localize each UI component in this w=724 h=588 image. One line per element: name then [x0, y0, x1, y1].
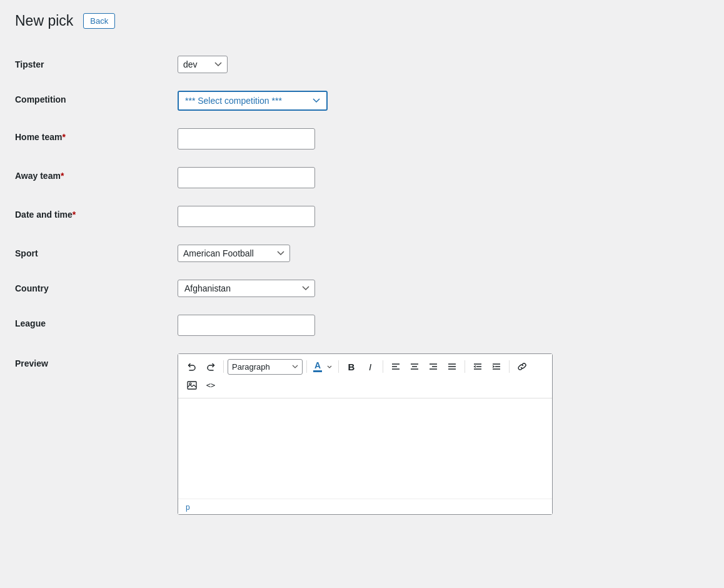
font-color-group: A — [311, 358, 334, 375]
image-button[interactable] — [183, 377, 201, 394]
redo-button[interactable] — [202, 358, 219, 375]
back-button[interactable]: Back — [83, 13, 115, 29]
league-label: League — [15, 315, 178, 328]
tipster-select[interactable]: dev — [178, 56, 228, 73]
editor-content-area[interactable] — [178, 398, 552, 499]
competition-select[interactable]: *** Select competition *** — [178, 91, 328, 111]
editor-toolbar: Paragraph Heading 1 Heading 2 Heading 3 … — [178, 354, 552, 398]
font-color-bar — [313, 370, 322, 372]
preview-editor: Paragraph Heading 1 Heading 2 Heading 3 … — [178, 353, 553, 515]
divider-3 — [338, 360, 339, 373]
away-team-row: Away team* — [15, 158, 709, 197]
align-right-button[interactable] — [425, 358, 442, 375]
editor-footer: p — [178, 499, 552, 514]
datetime-label: Date and time* — [15, 206, 178, 220]
preview-label: Preview — [15, 353, 178, 368]
sport-select[interactable]: American Football Soccer Basketball — [178, 245, 290, 262]
svg-point-19 — [189, 383, 191, 385]
editor-path: p — [186, 503, 190, 512]
divider-5 — [465, 360, 465, 373]
home-team-input-cell — [178, 128, 709, 150]
tipster-label: Tipster — [15, 56, 178, 69]
datetime-row: Date and time* — [15, 197, 709, 236]
tipster-row: Tipster dev — [15, 47, 709, 82]
page-header: New pick Back — [15, 13, 709, 29]
align-left-button[interactable] — [387, 358, 405, 375]
divider-1 — [223, 360, 224, 373]
away-team-input[interactable] — [178, 167, 315, 188]
home-team-required: * — [62, 132, 65, 142]
country-row: Country Afghanistan Albania USA UK — [15, 271, 709, 306]
divider-4 — [383, 360, 383, 373]
tipster-input-cell: dev — [178, 56, 709, 73]
away-team-label: Away team* — [15, 167, 178, 181]
preview-row: Preview — [15, 345, 709, 524]
sport-label: Sport — [15, 245, 178, 258]
sport-row: Sport American Football Soccer Basketbal… — [15, 236, 709, 271]
competition-input-cell: *** Select competition *** — [178, 91, 709, 111]
indent-button[interactable] — [488, 358, 505, 375]
divider-6 — [509, 360, 510, 373]
divider-2 — [306, 360, 307, 373]
home-team-input[interactable] — [178, 128, 315, 150]
bold-button[interactable]: B — [343, 358, 360, 375]
paragraph-select[interactable]: Paragraph Heading 1 Heading 2 Heading 3 — [228, 359, 303, 375]
datetime-input-cell — [178, 206, 709, 227]
competition-label: Competition — [15, 91, 178, 104]
home-team-row: Home team* — [15, 119, 709, 158]
away-team-required: * — [61, 171, 64, 181]
sport-input-cell: American Football Soccer Basketball — [178, 245, 709, 262]
code-button[interactable]: <> — [202, 377, 219, 394]
league-input-cell — [178, 315, 709, 336]
country-select[interactable]: Afghanistan Albania USA UK — [178, 280, 315, 297]
align-center-button[interactable] — [406, 358, 423, 375]
page-title: New pick — [15, 13, 73, 29]
font-color-button[interactable]: A — [311, 358, 324, 375]
home-team-label: Home team* — [15, 128, 178, 142]
font-color-dropdown[interactable] — [324, 358, 334, 375]
league-input[interactable] — [178, 315, 315, 336]
outdent-button[interactable] — [469, 358, 486, 375]
datetime-input[interactable] — [178, 206, 315, 227]
datetime-required: * — [73, 210, 76, 220]
italic-button[interactable]: I — [361, 358, 379, 375]
link-button[interactable] — [513, 358, 531, 375]
country-input-cell: Afghanistan Albania USA UK — [178, 280, 709, 297]
undo-button[interactable] — [183, 358, 201, 375]
font-color-a-icon: A — [314, 361, 321, 370]
svg-rect-18 — [188, 382, 196, 389]
competition-row: Competition *** Select competition *** — [15, 82, 709, 119]
country-label: Country — [15, 280, 178, 293]
new-pick-form: Tipster dev Competition *** Select compe… — [15, 47, 709, 524]
preview-input-cell: Paragraph Heading 1 Heading 2 Heading 3 … — [178, 353, 709, 515]
justify-button[interactable] — [443, 358, 461, 375]
away-team-input-cell — [178, 167, 709, 188]
league-row: League — [15, 306, 709, 345]
